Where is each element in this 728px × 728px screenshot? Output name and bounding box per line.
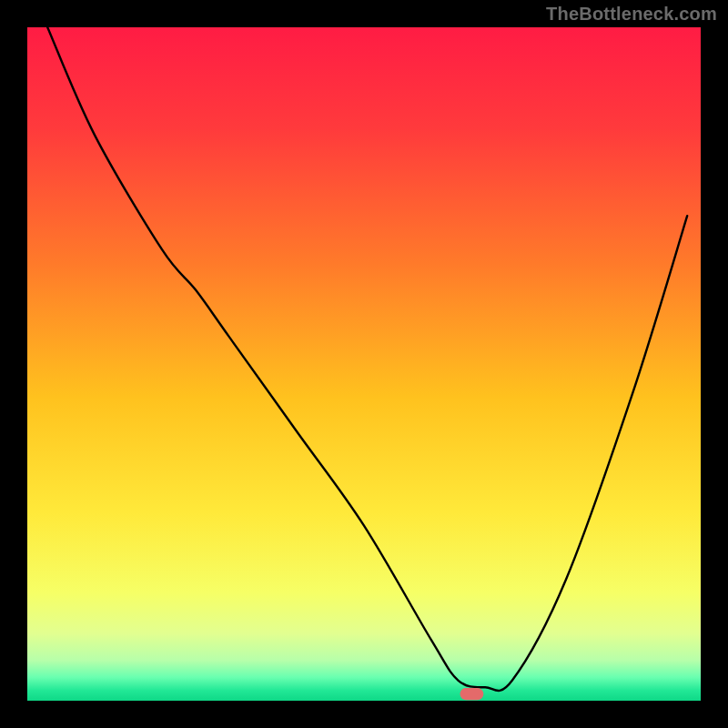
optimum-marker bbox=[460, 688, 483, 700]
plot-background bbox=[27, 27, 701, 701]
bottleneck-chart bbox=[0, 0, 728, 728]
watermark-label: TheBottleneck.com bbox=[546, 4, 717, 25]
chart-container: TheBottleneck.com bbox=[0, 0, 728, 728]
